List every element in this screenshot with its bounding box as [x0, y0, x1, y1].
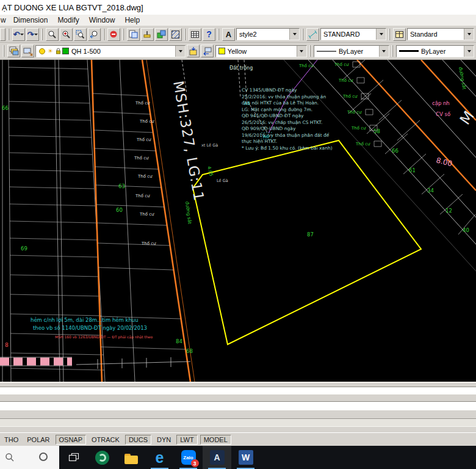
lineweight-combo[interactable]: ByLayer	[396, 45, 474, 57]
toggle-lwt[interactable]: LWT	[176, 435, 197, 445]
layer-combo[interactable]: ☀ QH 1-500	[35, 45, 186, 57]
parcel-type-label: Thổ cư	[135, 100, 150, 106]
menu-item-modify[interactable]: Modify	[52, 16, 84, 24]
layer-lock-icon[interactable]	[56, 48, 61, 54]
annotation-line: QĐ 909/QĐ-UBND ngày	[242, 126, 296, 131]
clipped-tool-button[interactable]	[0, 28, 5, 41]
parcel-type-label: Thổ cư	[355, 141, 370, 147]
taskbar-app-autocad[interactable]: A	[203, 446, 231, 469]
toggle-dyn[interactable]: DYN	[154, 435, 174, 444]
toolbar-grip	[103, 29, 104, 40]
hatch-button[interactable]	[169, 28, 182, 41]
match-properties-button[interactable]	[141, 28, 154, 41]
task-view-button[interactable]	[59, 446, 88, 469]
taskbar-app-edge[interactable]: e	[145, 446, 174, 469]
table-style-icon	[395, 30, 404, 39]
status-bar: THO POLAR OSNAP OTRACK DUCS DYN LWT MODE…	[0, 432, 476, 446]
menu-item-window[interactable]: Window	[84, 16, 120, 24]
command-splitter[interactable]	[0, 418, 476, 427]
table-style-button[interactable]	[393, 28, 406, 41]
linetype-combo[interactable]: ByLayer	[314, 45, 389, 57]
parcel-number: 66	[2, 105, 9, 111]
command-input-line[interactable]	[0, 401, 476, 410]
zoom-realtime-icon	[62, 30, 71, 39]
annotation-line: 19/6/2016: vv thỏa thuận phân đất để	[242, 133, 330, 138]
taskbar-app-zalo[interactable]: Zalo 3	[174, 446, 203, 469]
zoom-window-button[interactable]	[74, 28, 87, 41]
properties-button[interactable]	[127, 28, 140, 41]
toggle-otrack[interactable]: OTRACK	[88, 435, 123, 444]
redo-icon: ↷	[27, 31, 34, 38]
parcel-number-red: 8	[5, 342, 9, 348]
menu-item-partial[interactable]: w	[0, 16, 9, 24]
parcel-number: 12	[445, 208, 452, 214]
dropdown-arrow-icon[interactable]	[297, 46, 306, 57]
toolbar-grip	[8, 29, 9, 40]
undo-button[interactable]: ↶	[12, 28, 25, 41]
menu-item-help[interactable]: Help	[120, 16, 145, 24]
toolbar-layers-properties: ☀ QH 1-500 Yellow ByLayer ByLayer	[0, 43, 476, 60]
notification-badge: 3	[191, 459, 199, 467]
toggle-ortho[interactable]: THO	[1, 435, 21, 444]
dropdown-arrow-icon[interactable]	[289, 29, 299, 40]
menu-item-dimension[interactable]: Dimension	[9, 16, 53, 24]
cad-drawing[interactable]: MSH:327, LG:11 Thổ cư Thổ cư Thổ cư Thổ …	[0, 60, 476, 382]
parcel-number: 60	[116, 207, 123, 213]
dropdown-arrow-icon[interactable]	[376, 29, 386, 40]
cortana-icon	[39, 453, 48, 461]
taskbar-app-word[interactable]: W	[231, 446, 260, 469]
browser-app-icon	[95, 451, 109, 465]
make-object-layer-current-button[interactable]	[187, 45, 200, 57]
dropdown-arrow-icon[interactable]	[379, 46, 389, 57]
toggle-ducs[interactable]: DUCS	[125, 435, 151, 445]
taskbar-search-box[interactable]	[0, 446, 59, 469]
toggle-model[interactable]: MODEL	[200, 435, 231, 445]
dim-style-value: STANDARD	[323, 31, 360, 38]
taskbar-app-explorer[interactable]	[117, 446, 145, 469]
pan-realtime-button[interactable]	[46, 28, 59, 41]
toolbar-grip	[123, 29, 124, 40]
text-style-button[interactable]: A	[222, 28, 235, 41]
dropdown-arrow-icon[interactable]	[464, 29, 474, 40]
parcel-type-label: Thổ cư	[347, 109, 362, 115]
toggle-osnap[interactable]: OSNAP	[56, 435, 87, 445]
parcel-type-label: Thổ cư	[135, 193, 150, 198]
parcel-number: 40	[463, 227, 469, 233]
zoom-previous-button[interactable]	[88, 28, 101, 41]
help-button[interactable]: ?	[203, 28, 215, 41]
dimension-icon	[308, 30, 317, 39]
drawing-viewport[interactable]: MSH:327, LG:11 Thổ cư Thổ cư Thổ cư Thổ …	[0, 60, 476, 382]
redo-button[interactable]: ↷	[26, 28, 39, 41]
text-style-icon: A	[226, 31, 231, 38]
layer-states-button[interactable]	[21, 45, 34, 57]
markup-tool-button[interactable]	[107, 28, 120, 41]
layer-states-icon	[23, 46, 33, 56]
layer-thaw-sun-icon[interactable]: ☀	[48, 48, 53, 54]
dim-style-combo[interactable]: STANDARD	[320, 28, 386, 40]
taskbar-app-browser[interactable]	[88, 446, 117, 469]
table-button[interactable]	[189, 28, 201, 41]
linetype-preview-icon	[317, 49, 336, 53]
zoom-realtime-button[interactable]	[60, 28, 73, 41]
menu-bar: w Dimension Modify Window Help	[0, 15, 476, 26]
layer-previous-button[interactable]	[201, 45, 214, 57]
draworder-button[interactable]	[155, 28, 168, 41]
search-icon	[5, 453, 15, 462]
parcel-number: 66	[392, 148, 398, 154]
dropdown-arrow-icon[interactable]	[175, 46, 185, 57]
text-style-combo[interactable]: style2	[236, 28, 300, 40]
layer-properties-button[interactable]	[7, 45, 20, 57]
table-style-combo[interactable]: Standard	[407, 28, 474, 40]
margin-note: cập nh	[432, 100, 450, 107]
toggle-polar[interactable]: POLAR	[24, 435, 52, 444]
parcel-type-label: Thổ cư	[351, 125, 366, 131]
parcel-type-label: Thổ cư	[137, 173, 153, 179]
layer-on-bulb-icon[interactable]	[39, 48, 45, 54]
dropdown-arrow-icon[interactable]	[464, 46, 474, 57]
command-window[interactable]	[0, 382, 476, 432]
curb-label: Lề Gà	[217, 178, 228, 183]
color-combo[interactable]: Yellow	[215, 45, 307, 57]
toolbar-grip	[302, 29, 303, 40]
dim-style-button[interactable]	[306, 28, 319, 41]
command-history-line[interactable]	[0, 387, 476, 394]
